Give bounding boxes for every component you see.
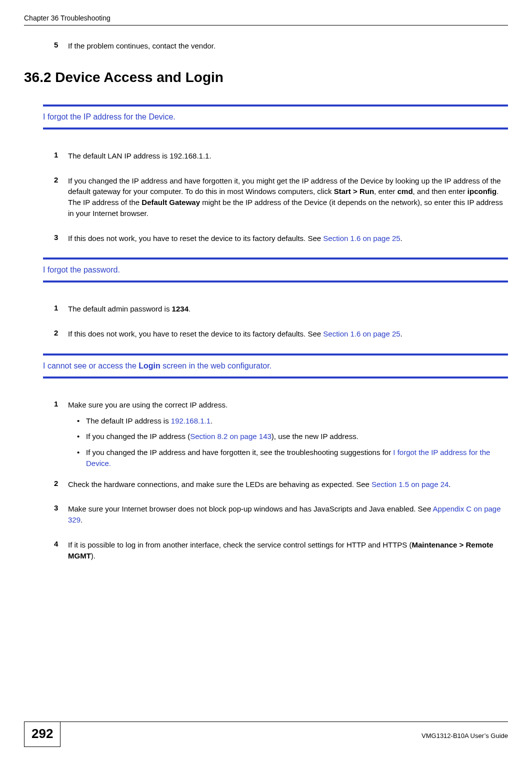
cross-ref-link[interactable]: Section 1.6 on page 25 bbox=[323, 234, 400, 242]
issue-block: I forgot the password. bbox=[43, 258, 508, 282]
step-number: 2 bbox=[54, 479, 68, 490]
issue-rule bbox=[43, 376, 508, 378]
step-text: Make sure your Internet browser does not… bbox=[68, 504, 508, 526]
issue-title: I cannot see or access the Login screen … bbox=[43, 360, 508, 372]
step-number: 5 bbox=[54, 40, 68, 52]
step-row: 5 If the problem continues, contact the … bbox=[24, 40, 508, 52]
step-row: 2 If you changed the IP address and have… bbox=[24, 176, 508, 219]
issue-title: I forgot the password. bbox=[43, 264, 508, 276]
header-rule bbox=[24, 25, 508, 26]
issue-rule bbox=[43, 128, 508, 130]
cross-ref-link[interactable]: Section 1.5 on page 24 bbox=[372, 480, 448, 488]
ip-link[interactable]: 192.168.1.1 bbox=[171, 416, 210, 425]
step-text: If the problem continues, contact the ve… bbox=[68, 40, 216, 52]
issue-rule bbox=[43, 104, 508, 106]
step-text: The default admin password is 1234. bbox=[68, 304, 190, 314]
bullet-icon: • bbox=[77, 416, 86, 426]
step-text: If this does not work, you have to reset… bbox=[68, 328, 402, 340]
step-row: 1 Make sure you are using the correct IP… bbox=[24, 400, 508, 474]
step-number: 3 bbox=[54, 504, 68, 526]
step-text: If you changed the IP address and have f… bbox=[68, 176, 508, 219]
bullet-icon: • bbox=[77, 447, 86, 469]
bullet-list: • The default IP address is 192.168.1.1.… bbox=[77, 416, 508, 469]
step-row: 3 If this does not work, you have to res… bbox=[24, 233, 508, 244]
step-row: 2 Check the hardware connections, and ma… bbox=[24, 479, 508, 490]
issue-rule bbox=[43, 258, 508, 260]
issue-block: I cannot see or access the Login screen … bbox=[43, 354, 508, 378]
step-text: If it is possible to log in from another… bbox=[68, 540, 508, 562]
issue-rule bbox=[43, 280, 508, 282]
page-footer: 292 VMG1312-B10A User’s Guide bbox=[24, 722, 508, 747]
step-row: 2 If this does not work, you have to res… bbox=[24, 328, 508, 340]
bullet-icon: • bbox=[77, 431, 86, 442]
cross-ref-link[interactable]: Section 1.6 on page 25 bbox=[323, 330, 400, 338]
list-item: • The default IP address is 192.168.1.1. bbox=[77, 416, 508, 426]
page-number: 292 bbox=[24, 722, 60, 747]
issue-rule bbox=[43, 354, 508, 356]
step-row: 3 Make sure your Internet browser does n… bbox=[24, 504, 508, 526]
step-number: 2 bbox=[54, 176, 68, 219]
guide-name: VMG1312-B10A User’s Guide bbox=[422, 730, 508, 740]
cross-ref-link[interactable]: Section 8.2 on page 143 bbox=[190, 432, 272, 440]
step-number: 1 bbox=[54, 400, 68, 474]
step-text: If this does not work, you have to reset… bbox=[68, 233, 402, 244]
step-number: 1 bbox=[54, 150, 68, 162]
step-row: 1 The default admin password is 1234. bbox=[24, 304, 508, 314]
chapter-label: Chapter 36 Troubleshooting bbox=[24, 14, 110, 22]
step-number: 1 bbox=[54, 304, 68, 314]
step-row: 1 The default LAN IP address is 192.168.… bbox=[24, 150, 508, 162]
list-item: • If you changed the IP address (Section… bbox=[77, 431, 508, 442]
step-number: 4 bbox=[54, 540, 68, 562]
step-text: Check the hardware connections, and make… bbox=[68, 479, 451, 490]
step-text: Make sure you are using the correct IP a… bbox=[68, 400, 508, 474]
step-row: 4 If it is possible to log in from anoth… bbox=[24, 540, 508, 562]
step-number: 2 bbox=[54, 328, 68, 340]
issue-title: I forgot the IP address for the Device. bbox=[43, 110, 508, 124]
list-item: • If you changed the IP address and have… bbox=[77, 447, 508, 469]
issue-block: I forgot the IP address for the Device. bbox=[43, 104, 508, 130]
step-text: The default LAN IP address is 192.168.1.… bbox=[68, 150, 212, 162]
section-heading: 36.2 Device Access and Login bbox=[24, 70, 508, 86]
step-number: 3 bbox=[54, 233, 68, 244]
